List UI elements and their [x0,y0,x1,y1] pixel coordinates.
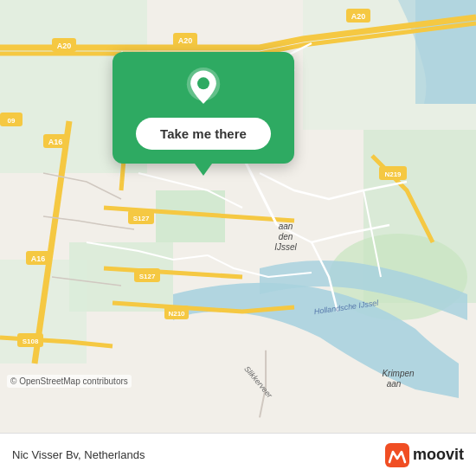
svg-text:N210: N210 [168,310,185,318]
svg-text:Krimpen: Krimpen [382,369,415,378]
svg-text:aan: aan [279,222,293,231]
svg-text:S127: S127 [139,273,156,280]
svg-text:A20: A20 [178,36,193,45]
svg-text:N219: N219 [384,170,402,178]
svg-text:den: den [279,232,293,241]
moovit-logo: moovit [385,443,464,467]
osm-credit: © OpenStreetMap contributors [7,375,132,388]
svg-rect-42 [385,443,409,467]
svg-text:A20: A20 [351,12,366,21]
take-me-there-button[interactable]: Take me there [136,118,271,150]
moovit-icon [385,443,409,467]
svg-text:aan: aan [387,379,402,389]
svg-text:09: 09 [8,117,16,125]
popup-card: Take me there [113,52,294,164]
map-container: A20 A20 A20 S109 A16 A16 S127 S127 N210 … [0,0,476,433]
footer-bar: Nic Visser Bv, Netherlands moovit [0,433,476,476]
svg-text:IJssel: IJssel [274,242,297,252]
svg-text:S108: S108 [23,338,39,345]
moovit-brand-name: moovit [413,446,464,464]
svg-point-41 [197,77,209,89]
svg-text:S127: S127 [133,215,150,222]
svg-text:A16: A16 [31,254,46,263]
svg-text:A16: A16 [48,138,63,146]
location-pin-icon [183,68,224,109]
location-label: Nic Visser Bv, Netherlands [12,448,145,461]
svg-text:A20: A20 [57,42,72,50]
